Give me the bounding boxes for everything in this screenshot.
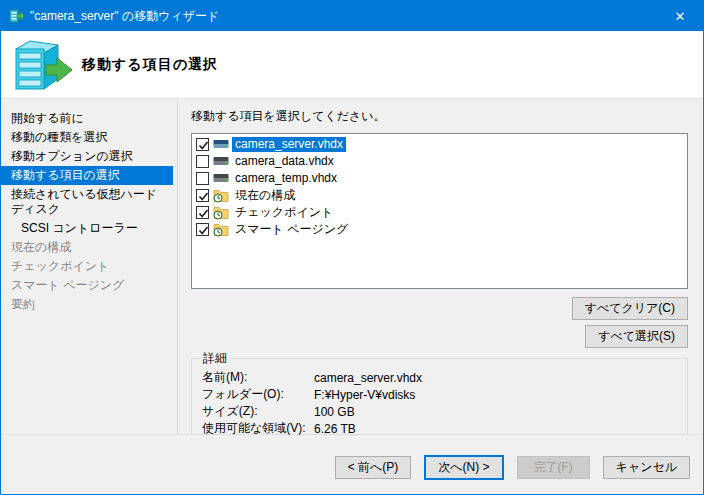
list-item-label: スマート ページング — [232, 222, 351, 237]
wizard-header: 移動する項目の選択 — [1, 31, 703, 99]
checkbox-checked[interactable] — [196, 189, 209, 202]
list-item-label: チェックポイント — [232, 205, 336, 220]
finish-button[interactable]: 完了(F) — [517, 456, 590, 479]
titlebar: "camera_server" の移動ウィザード ✕ — [1, 1, 703, 31]
list-item[interactable]: スマート ページング — [192, 221, 687, 238]
detail-row-size: サイズ(Z): 100 GB — [202, 403, 687, 420]
detail-label: サイズ(Z): — [202, 403, 314, 420]
selection-buttons: すべてクリア(C) すべて選択(S) — [191, 297, 688, 348]
wizard-footer: < 前へ(P) 次へ(N) > 完了(F) キャンセル — [1, 434, 703, 495]
items-listbox[interactable]: camera_server.vhdx camera_data.vhdx — [191, 133, 688, 289]
step-smart-paging[interactable]: スマート ページング — [1, 276, 177, 295]
list-item[interactable]: camera_temp.vhdx — [192, 170, 687, 187]
page-title: 移動する項目の選択 — [82, 56, 218, 74]
next-button[interactable]: 次へ(N) > — [424, 455, 503, 480]
check-icon — [197, 224, 210, 237]
detail-value: camera_server.vhdx — [314, 371, 422, 385]
step-checkpoints[interactable]: チェックポイント — [1, 257, 177, 276]
move-wizard-window: "camera_server" の移動ウィザード ✕ 移動する項目の選択 開始す… — [0, 0, 704, 495]
list-item-label: 現在の構成 — [232, 188, 298, 203]
folder-clock-icon — [213, 205, 229, 220]
detail-label: 使用可能な領域(V): — [202, 420, 314, 437]
clear-all-button[interactable]: すべてクリア(C) — [572, 297, 688, 320]
wizard-app-icon — [9, 8, 25, 24]
hard-disk-icon — [213, 154, 229, 169]
list-item-label: camera_data.vhdx — [232, 154, 337, 169]
details-groupbox: 詳細 名前(M): camera_server.vhdx フォルダー(O): F… — [191, 358, 688, 435]
list-item[interactable]: 現在の構成 — [192, 187, 687, 204]
detail-value: 100 GB — [314, 405, 355, 419]
step-attached-virtual-hard-disks[interactable]: 接続されている仮想ハード ディスク — [1, 185, 177, 219]
close-button[interactable]: ✕ — [657, 1, 703, 31]
detail-row-available-space: 使用可能な領域(V): 6.26 TB — [202, 420, 687, 437]
detail-row-name: 名前(M): camera_server.vhdx — [202, 369, 687, 386]
list-item-label: camera_server.vhdx — [232, 137, 346, 152]
list-item[interactable]: camera_server.vhdx — [192, 136, 687, 153]
select-all-button[interactable]: すべて選択(S) — [585, 325, 688, 348]
instruction-label: 移動する項目を選択してください。 — [191, 108, 703, 125]
checkbox-checked[interactable] — [196, 138, 209, 151]
list-item-label: camera_temp.vhdx — [232, 171, 340, 186]
list-item[interactable]: チェックポイント — [192, 204, 687, 221]
checkbox-unchecked[interactable] — [196, 172, 209, 185]
step-before-you-begin[interactable]: 開始する前に — [1, 109, 177, 128]
step-summary[interactable]: 要約 — [1, 295, 177, 314]
server-move-icon — [10, 36, 74, 96]
checkbox-unchecked[interactable] — [196, 155, 209, 168]
step-choose-items-current[interactable]: 移動する項目の選択 — [1, 166, 173, 185]
details-title: 詳細 — [200, 351, 230, 365]
window-title: "camera_server" の移動ウィザード — [30, 8, 657, 25]
close-icon: ✕ — [675, 9, 686, 24]
detail-row-folder: フォルダー(O): F:¥Hyper-V¥vdisks — [202, 386, 687, 403]
list-item[interactable]: camera_data.vhdx — [192, 153, 687, 170]
folder-clock-icon — [213, 188, 229, 203]
check-icon — [197, 190, 210, 203]
hard-disk-icon — [213, 137, 229, 152]
detail-value: 6.26 TB — [314, 422, 356, 436]
detail-label: フォルダー(O): — [202, 386, 314, 403]
detail-label: 名前(M): — [202, 369, 314, 386]
detail-value: F:¥Hyper-V¥vdisks — [314, 388, 415, 402]
step-current-configuration[interactable]: 現在の構成 — [1, 238, 177, 257]
cancel-button[interactable]: キャンセル — [603, 456, 690, 479]
checkbox-checked[interactable] — [196, 223, 209, 236]
hard-disk-icon — [213, 171, 229, 186]
back-button[interactable]: < 前へ(P) — [335, 456, 412, 479]
wizard-body: 開始する前に 移動の種類を選択 移動オプションの選択 移動する項目の選択 接続さ… — [1, 99, 703, 434]
step-scsi-controller[interactable]: SCSI コントローラー — [1, 219, 177, 238]
check-icon — [197, 139, 210, 152]
step-choose-move-options[interactable]: 移動オプションの選択 — [1, 147, 177, 166]
folder-clock-icon — [213, 222, 229, 237]
check-icon — [197, 207, 210, 220]
checkbox-checked[interactable] — [196, 206, 209, 219]
step-choose-move-type[interactable]: 移動の種類を選択 — [1, 128, 177, 147]
wizard-steps-sidebar: 開始する前に 移動の種類を選択 移動オプションの選択 移動する項目の選択 接続さ… — [1, 99, 178, 434]
main-panel: 移動する項目を選択してください。 camera_server.vhdx — [178, 99, 703, 434]
